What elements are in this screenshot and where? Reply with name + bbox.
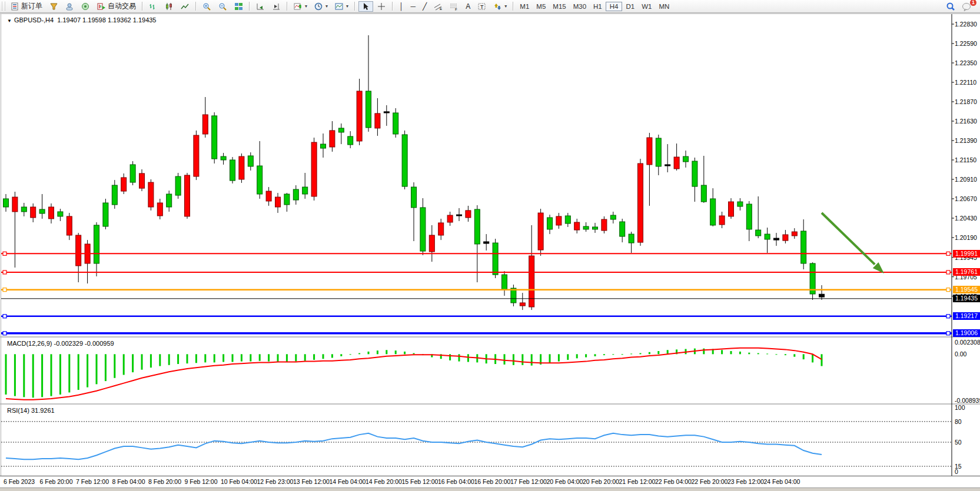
time-axis-label: 20 Feb 04:00 xyxy=(547,478,583,485)
tf-w1-button[interactable]: W1 xyxy=(638,2,655,11)
candle xyxy=(583,222,589,232)
candle xyxy=(665,144,670,172)
candle xyxy=(348,131,353,148)
price-axis-tick: 1.21630 xyxy=(955,118,980,125)
tf-h1-button[interactable]: H1 xyxy=(590,2,606,11)
candle xyxy=(121,173,127,194)
candle xyxy=(620,219,625,242)
autotrading-label: 自动交易 xyxy=(108,1,136,11)
candle xyxy=(58,209,63,221)
bar-chart-icon xyxy=(149,2,158,11)
candle xyxy=(746,201,752,241)
text-label-button[interactable]: T xyxy=(474,1,489,12)
search-button[interactable] xyxy=(943,1,958,12)
tf-m15-button[interactable]: M15 xyxy=(549,2,569,11)
price-axis-tick: 1.21390 xyxy=(955,137,980,144)
toolbar-separator xyxy=(249,2,250,11)
status-strip xyxy=(0,487,980,491)
request-button[interactable] xyxy=(62,1,77,12)
candle xyxy=(202,97,208,138)
tf-m1-button[interactable]: M1 xyxy=(516,2,533,11)
candle xyxy=(130,161,135,185)
tile-windows-button[interactable] xyxy=(231,1,246,12)
candle xyxy=(338,123,344,144)
price-axis-tick: 1.20190 xyxy=(955,234,980,241)
auto-scroll-button[interactable] xyxy=(253,1,268,12)
price-chart-canvas[interactable] xyxy=(0,13,980,487)
time-axis-label: 16 Feb 04:00 xyxy=(438,478,474,485)
rsi-scale-80: 80 xyxy=(955,418,962,425)
autotrading-button[interactable]: 自动交易 xyxy=(94,0,139,12)
horizontal-level-line[interactable] xyxy=(1,315,952,318)
candle xyxy=(39,194,45,219)
candle xyxy=(303,173,308,199)
time-axis-label: 14 Feb 04:00 xyxy=(330,478,366,485)
candle xyxy=(602,216,607,233)
tf-d1-button[interactable]: D1 xyxy=(622,2,638,11)
chart-window[interactable]: ▼GBPUSD-,H4 1.19407 1.19598 1.19362 1.19… xyxy=(0,13,980,487)
zoom-in-button[interactable] xyxy=(200,1,214,12)
toolbar-separator xyxy=(513,2,514,11)
price-level-label: 1.19761 xyxy=(953,268,980,276)
text-button[interactable]: A xyxy=(463,1,473,12)
zoom-out-button[interactable] xyxy=(215,1,230,12)
horizontal-level-line[interactable] xyxy=(1,288,952,292)
tf-h4-button[interactable]: H4 xyxy=(606,2,623,11)
tf-m5-button[interactable]: M5 xyxy=(533,2,549,11)
candle xyxy=(610,212,616,223)
new-order-label: 新订单 xyxy=(21,1,42,11)
macd-scale-max: 0.002308 xyxy=(955,339,980,346)
candle xyxy=(112,180,117,209)
templates-button[interactable]: ▾ xyxy=(332,1,351,12)
bar-chart-button[interactable] xyxy=(146,1,161,12)
price-axis-tick: 1.20430 xyxy=(955,215,980,222)
line-chart-icon xyxy=(181,2,190,11)
chevron-down-icon: ▾ xyxy=(325,4,328,9)
price-axis-tick: 1.22350 xyxy=(955,59,980,66)
crosshair-button[interactable] xyxy=(374,1,389,12)
toolbar-separator xyxy=(195,2,197,11)
trendline-button[interactable]: ╱ xyxy=(420,1,430,12)
candle xyxy=(565,213,570,227)
arrows-icon xyxy=(493,2,502,11)
market-watch-button[interactable] xyxy=(46,1,61,12)
candlestick-chart-button[interactable] xyxy=(162,1,177,12)
line-chart-button[interactable] xyxy=(178,1,192,12)
candle xyxy=(692,158,697,202)
toolbar-grip[interactable] xyxy=(2,2,5,11)
signals-button[interactable] xyxy=(78,1,93,12)
notifications-button[interactable]: 1 xyxy=(959,1,974,12)
indicators-icon xyxy=(294,2,303,11)
text-icon: A xyxy=(466,2,470,11)
time-axis-label: 6 Feb 2023 xyxy=(4,478,35,485)
cursor-button[interactable] xyxy=(358,1,373,12)
candle xyxy=(221,153,226,165)
tf-mn-button[interactable]: MN xyxy=(655,2,673,11)
candle xyxy=(520,293,525,310)
horizontal-level-line[interactable] xyxy=(1,332,952,335)
indicators-button[interactable]: ▾ xyxy=(291,1,310,12)
arrows-button[interactable]: ▾ xyxy=(490,1,510,12)
macd-indicator-label: MACD(12,26,9) -0.002329 -0.000959 xyxy=(7,340,114,347)
mt4-window: 新订单 自动交易 xyxy=(0,0,980,491)
new-order-button[interactable]: 新订单 xyxy=(8,0,45,12)
trend-arrow-annotation[interactable] xyxy=(822,213,884,273)
price-level-label: 1.19545 xyxy=(953,286,980,293)
vertical-line-button[interactable]: │ xyxy=(396,1,407,12)
svg-text:T: T xyxy=(480,4,484,10)
periods-button[interactable]: ▾ xyxy=(311,1,331,12)
candle xyxy=(738,198,743,211)
chart-shift-button[interactable] xyxy=(269,1,284,12)
time-axis-label: 16 Feb 20:00 xyxy=(474,478,511,485)
horizontal-level-line[interactable] xyxy=(1,252,952,255)
fibonacci-button[interactable]: F xyxy=(447,1,461,12)
equidistant-channel-button[interactable]: E xyxy=(431,1,446,12)
funnel-icon xyxy=(49,2,58,11)
tf-m30-button[interactable]: M30 xyxy=(570,2,590,11)
candle xyxy=(774,233,779,246)
candle xyxy=(574,219,580,233)
candle xyxy=(185,173,190,219)
horizontal-line-button[interactable]: ─ xyxy=(408,1,419,12)
main-toolbar: 新订单 自动交易 xyxy=(0,0,980,13)
horizontal-level-line[interactable] xyxy=(1,270,952,274)
